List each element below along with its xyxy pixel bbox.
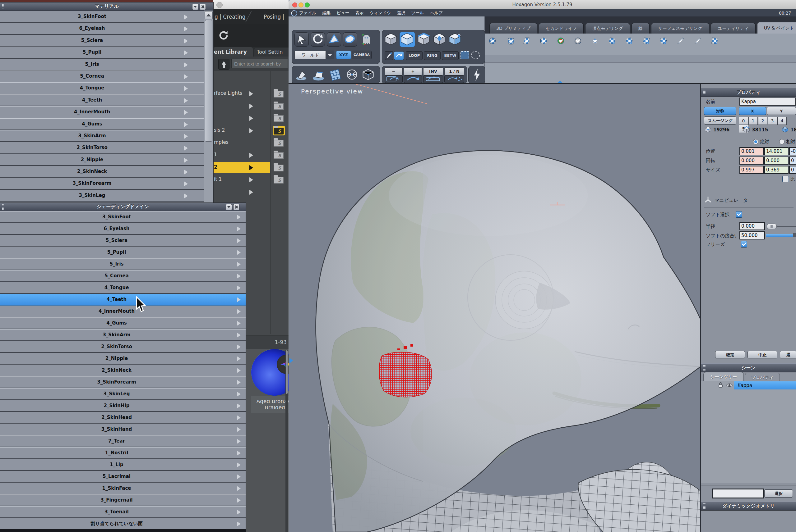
vertex-mode-icon[interactable]	[400, 32, 415, 47]
name-field[interactable]	[739, 97, 796, 106]
circle-select-icon[interactable]	[471, 51, 480, 59]
uv-plane-projection-icon[interactable]	[522, 37, 537, 51]
properties-panel-header[interactable]: プロパティ	[701, 88, 796, 97]
content-tree-item[interactable]: it 1 S	[213, 174, 289, 186]
radius-field[interactable]	[739, 222, 765, 230]
material-row[interactable]: 3_SkinFoot	[0, 11, 204, 23]
close-panel-button[interactable]	[200, 4, 206, 10]
wire-sphere-icon[interactable]	[345, 68, 360, 82]
material-row[interactable]: 3_SkinArm	[0, 130, 204, 142]
rotate-select-tool[interactable]	[311, 32, 325, 46]
uv-paint-tool-icon[interactable]	[693, 37, 708, 51]
invert-selection-button[interactable]: INV	[423, 68, 443, 75]
left-splitter-arrow-icon[interactable]	[289, 358, 293, 363]
scene-panel-header[interactable]: シーン	[701, 363, 796, 373]
uv-cylinder-projection-icon[interactable]	[505, 37, 520, 51]
camera-mode-button[interactable]: CAMERA	[352, 51, 372, 59]
shading-domain-row[interactable]: 2_Nipple	[0, 353, 246, 365]
shading-domain-row[interactable]: 3_Toenail	[0, 506, 246, 518]
softness-field[interactable]	[739, 231, 765, 240]
material-sphere-preview[interactable]	[251, 349, 289, 396]
material-row[interactable]: 2_Nipple	[0, 154, 204, 166]
lock-icon[interactable]	[718, 382, 724, 388]
ribbon-tab[interactable]: セカンドライフ	[539, 23, 584, 34]
studio-folder-icon[interactable]: S	[273, 89, 285, 98]
daz-titlebar[interactable]	[213, 0, 289, 9]
shading-domain-row[interactable]: 4_InnerMouth	[0, 306, 246, 317]
shading-domain-row[interactable]: 2_SkinHead	[0, 412, 246, 424]
uv-unwrap-icon[interactable]	[608, 37, 622, 51]
wire-cube-icon[interactable]	[361, 68, 376, 82]
ribbon-tab[interactable]: サーフェスモデリング	[651, 23, 709, 34]
refresh-icon[interactable]	[218, 30, 230, 41]
ribbon-tab[interactable]: UV & ペイント	[757, 22, 796, 34]
uv-pin-uv-icon[interactable]	[591, 37, 605, 51]
shrink-selection-button[interactable]: −	[385, 68, 403, 75]
menu-item[interactable]: ビュー	[337, 10, 349, 16]
uv-sphere-projection-icon[interactable]	[488, 37, 503, 51]
thumbnails-scrollbar[interactable]	[286, 350, 288, 532]
uv-mode-icon[interactable]	[448, 32, 462, 46]
position-y-field[interactable]	[764, 147, 789, 155]
object-mode-icon[interactable]	[384, 32, 398, 46]
content-tree-item[interactable]: sis 2 S	[213, 125, 289, 137]
shading-domain-row[interactable]: 1_Lip	[0, 459, 246, 471]
edge-mode-icon[interactable]	[417, 32, 431, 46]
material-row[interactable]: 2_SkinTorso	[0, 142, 204, 154]
menu-item[interactable]: 表示	[355, 10, 363, 16]
studio-folder-icon[interactable]: S	[273, 175, 285, 185]
ribbon-tab[interactable]: ユーティリティ	[711, 23, 756, 34]
shading-domain-row[interactable]: 5_Sclera	[0, 235, 246, 247]
loop-button[interactable]: LOOP	[406, 51, 422, 60]
tab-scene-properties[interactable]: プロパティ	[745, 373, 780, 381]
content-tree-item[interactable]: rface Lights S	[213, 88, 289, 100]
search-input[interactable]	[231, 59, 288, 68]
studio-folder-icon[interactable]: S	[273, 101, 285, 111]
shading-domain-row[interactable]: 5_Iris	[0, 259, 246, 270]
smoothing-level-button[interactable]: 4	[777, 117, 787, 125]
tab-tool-settings[interactable]: Tool Settin	[254, 48, 289, 57]
menu-item[interactable]: ウィンドウ	[369, 10, 391, 16]
symmetry-y-button[interactable]: Y	[767, 107, 796, 115]
working-space-select[interactable]: ワールド	[294, 51, 326, 59]
daz-window-button[interactable]	[216, 2, 223, 8]
shading-domain-row[interactable]: 3_SkinFoot	[0, 211, 246, 223]
softness-slider-handle[interactable]	[793, 233, 796, 237]
shading-domain-row[interactable]: 3_SkinForearm	[0, 376, 246, 388]
keep-ratio-checkbox[interactable]	[782, 176, 789, 182]
shading-panel-header[interactable]: シェーディングドメイン	[0, 203, 246, 211]
content-tree-item[interactable]: S	[213, 186, 289, 198]
material-row[interactable]: 4_Teeth	[0, 94, 204, 106]
face-mode-icon[interactable]	[433, 32, 446, 46]
shading-domain-row[interactable]: 3_Fingernail	[0, 494, 246, 506]
abort-button[interactable]: 中止	[747, 351, 777, 358]
collapse-panel-button[interactable]	[192, 4, 198, 10]
model-kappa[interactable]	[289, 84, 700, 532]
lasso-select-tool[interactable]	[343, 32, 357, 46]
ribbon-tab[interactable]: 3D プリミティブ	[489, 23, 537, 34]
path-select-icon[interactable]	[394, 51, 404, 60]
dotted-extend-icon[interactable]	[444, 75, 464, 83]
between-button[interactable]: BETW	[442, 51, 459, 60]
symmetry-x-button[interactable]: X	[739, 107, 766, 115]
select-arrow-tool[interactable]	[294, 32, 309, 46]
material-row[interactable]: 5_Pupil	[0, 46, 204, 58]
shading-domain-row[interactable]: 3_SkinHand	[0, 424, 246, 435]
smoothing-level-button[interactable]: 1	[748, 117, 758, 125]
paint-select-icon[interactable]	[385, 51, 393, 60]
menu-item[interactable]: ヘルプ	[430, 10, 443, 16]
uv-spherical-mapping-icon[interactable]	[557, 37, 571, 51]
soft-selection-checkbox[interactable]	[736, 211, 742, 218]
uv-paint-brush-icon[interactable]	[676, 37, 691, 51]
shading-domain-row[interactable]: 5_Pupil	[0, 247, 246, 259]
material-row[interactable]: 4_Gums	[0, 118, 204, 130]
selection-name-field[interactable]	[712, 489, 764, 498]
material-row[interactable]: 4_InnerMouth	[0, 106, 204, 118]
content-tree-item[interactable]: 2 S	[213, 162, 289, 174]
material-row[interactable]: 5_Cornea	[0, 71, 204, 82]
uv-pelt-icon[interactable]	[659, 37, 673, 51]
material-row[interactable]: 3_SkinLeg	[0, 190, 204, 202]
material-row[interactable]: 5_Sclera	[0, 35, 204, 46]
studio-folder-icon[interactable]: S	[273, 126, 285, 135]
material-row[interactable]: 2_SkinNeck	[0, 166, 204, 178]
